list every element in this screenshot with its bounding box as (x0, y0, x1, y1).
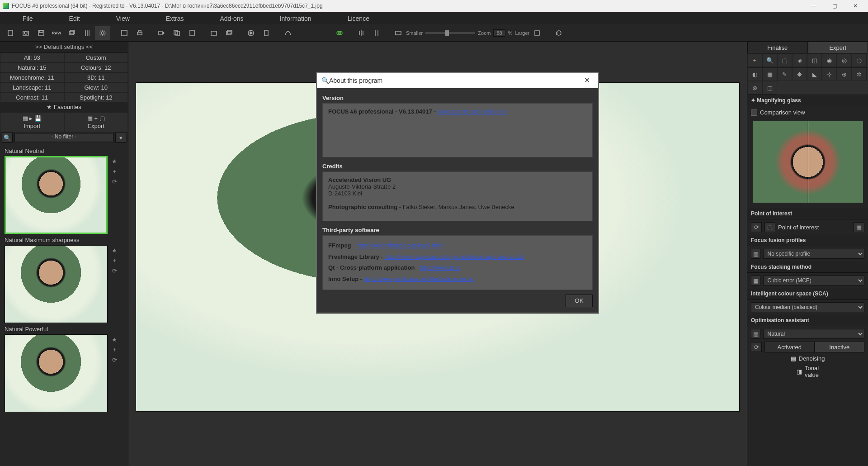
save-icon[interactable] (33, 26, 49, 40)
menu-addons[interactable]: Add-ons (202, 15, 261, 22)
colorwheel-icon[interactable]: ◉ (822, 53, 837, 67)
sca-select[interactable]: Colour median (balanced) (751, 302, 864, 312)
poi-frame-icon[interactable]: ▢ (764, 222, 775, 232)
rainbow-icon[interactable]: ❋ (792, 67, 807, 81)
grid-icon[interactable]: ▦ (762, 67, 777, 81)
layers-icon[interactable]: ◈ (792, 53, 807, 67)
import-multi-icon[interactable] (222, 26, 237, 40)
canvas-area[interactable]: 🔍 About this program ✕ Version FOCUS #6 … (128, 42, 747, 466)
opt-head[interactable]: Optimisation assistant (747, 315, 868, 326)
scope-icon[interactable]: ⊕ (837, 67, 852, 81)
sca-head[interactable]: Intelligent colour space (SCA) (747, 288, 868, 300)
split-icon[interactable]: ◫ (807, 53, 822, 67)
import-button[interactable]: ▦ ▸ 💾 Import (0, 112, 64, 132)
thirdparty-block[interactable]: FFmpeg - https://www.ffmpeg.org/legal.ht… (322, 235, 593, 290)
zoom-larger-label[interactable]: Larger (515, 30, 529, 36)
cat-custom[interactable]: Custom (64, 52, 128, 62)
export-icon[interactable] (154, 26, 169, 40)
tp-link-1[interactable]: http://freeimage.sourceforge.net/freeima… (384, 253, 524, 260)
preset-thumb-0[interactable] (5, 156, 108, 234)
rotate-icon[interactable] (551, 26, 566, 40)
sliders-icon[interactable] (80, 26, 95, 40)
print-icon[interactable] (132, 26, 147, 40)
tab-finalise[interactable]: Finalise (747, 42, 808, 53)
zoom-slider[interactable] (425, 32, 475, 34)
preset-list[interactable]: Natural Neutral ★ ＋ ⟳ Natural Maximum sh… (0, 143, 128, 466)
cat-glow[interactable]: Glow: 10 (64, 82, 128, 92)
activated-toggle[interactable]: Activated (764, 342, 815, 352)
cat-monochrome[interactable]: Monochrome: 11 (0, 72, 64, 82)
favourites-row[interactable]: ★ Favourites (0, 102, 128, 112)
denoising-label[interactable]: Denoising (799, 355, 825, 362)
poi-expand-icon[interactable]: ▦ (854, 222, 864, 232)
cat-natural[interactable]: Natural: 15 (0, 62, 64, 72)
minimize-button[interactable]: — (804, 0, 824, 11)
fav-star-icon[interactable]: ★ (112, 336, 117, 343)
maximize-button[interactable]: ▢ (825, 0, 844, 11)
filter-dropdown-icon[interactable]: ▾ (115, 133, 126, 143)
eye-icon[interactable] (332, 26, 347, 40)
raw-icon[interactable]: RAW (49, 26, 64, 40)
gear-icon[interactable] (95, 26, 110, 40)
magnifying-head[interactable]: ✦ Magnifying glass (747, 95, 868, 106)
camera-icon[interactable] (18, 26, 33, 40)
poi-reset-icon[interactable]: ⟳ (751, 222, 762, 232)
stacking-grid-icon[interactable]: ▦ (751, 276, 760, 285)
comparison-checkbox[interactable] (751, 109, 757, 116)
dialog-close-icon[interactable]: ✕ (580, 74, 594, 86)
export-button[interactable]: ▦ + ▢ Export (64, 112, 128, 132)
menu-edit[interactable]: Edit (51, 15, 98, 22)
open-external-icon[interactable] (206, 26, 222, 40)
pie-icon[interactable]: ◐ (747, 67, 762, 81)
menu-file[interactable]: File (5, 15, 51, 22)
cat-spotlight[interactable]: Spotlight: 12 (64, 92, 128, 102)
histogram-icon[interactable] (280, 26, 296, 40)
frame-tool-icon[interactable]: ▢ (777, 53, 792, 67)
tonal-label[interactable]: Tonal value (805, 365, 819, 378)
stacking-select[interactable]: Cubic error (MCE) (763, 276, 864, 285)
images-icon[interactable] (64, 26, 80, 40)
cat-landscape[interactable]: Landscape: 11 (0, 82, 64, 92)
profiles-head[interactable]: Focus fusion profiles (747, 235, 868, 246)
droplet-icon[interactable]: ◌ (852, 53, 867, 67)
inactive-toggle[interactable]: Inactive (815, 342, 865, 352)
tp-link-3[interactable]: http://www.jrsoftware.org/files/is/licen… (364, 276, 474, 282)
close-button[interactable]: ✕ (845, 0, 865, 11)
globe-icon[interactable]: ⊛ (747, 81, 762, 95)
wand-icon[interactable]: ✎ (777, 67, 792, 81)
stacking-head[interactable]: Focus stacking method (747, 262, 868, 273)
zoom-smaller-label[interactable]: Smaller (406, 30, 423, 36)
opt-reset-icon[interactable]: ⟳ (751, 342, 762, 352)
fav-star-icon[interactable]: ★ (112, 158, 117, 165)
zoom-tool-icon[interactable]: 🔍 (762, 53, 777, 67)
menu-view[interactable]: View (98, 15, 148, 22)
fav-star-icon[interactable]: ★ (112, 247, 117, 254)
cat-colours[interactable]: Colours: 12 (64, 62, 128, 72)
disk-icon[interactable] (117, 26, 132, 40)
tab-expert[interactable]: Expert (808, 42, 868, 53)
ok-button[interactable]: OK (566, 295, 593, 307)
copy-icon[interactable] (169, 26, 184, 40)
preset-thumb-2[interactable] (5, 334, 108, 412)
tp-link-2[interactable]: http://www.qt.io (420, 264, 460, 271)
cat-all[interactable]: All: 93 (0, 52, 64, 62)
compare-tool-icon[interactable]: ◫ (762, 81, 777, 95)
version-link[interactable]: www.accelerated-vision.de (437, 108, 507, 115)
prism-icon[interactable]: ◣ (807, 67, 822, 81)
nodes-icon[interactable]: ⊹ (822, 67, 837, 81)
filter-select[interactable]: - No filter - (14, 133, 113, 142)
zoom-value-input[interactable]: 88 (493, 29, 505, 37)
cat-3d[interactable]: 3D: 11 (64, 72, 128, 82)
menu-extras[interactable]: Extras (148, 15, 202, 22)
add-tool-icon[interactable]: ＋ (747, 53, 762, 67)
search-icon[interactable]: 🔍 (2, 133, 13, 143)
preset-thumb-1[interactable] (5, 245, 108, 323)
film-icon[interactable] (391, 26, 406, 40)
default-settings-bar[interactable]: >> Default settings << (0, 42, 128, 52)
opt-grid-icon[interactable]: ▦ (751, 329, 760, 339)
play-icon[interactable] (243, 26, 259, 40)
menu-information[interactable]: Information (262, 15, 330, 22)
profiles-grid-icon[interactable]: ▦ (751, 249, 760, 259)
info-icon[interactable] (259, 26, 274, 40)
opt-select[interactable]: Natural (763, 329, 864, 339)
